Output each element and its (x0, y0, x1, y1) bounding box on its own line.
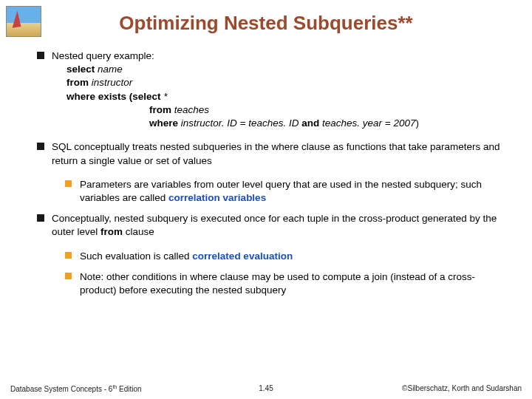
bullet-conceptually: Conceptually, nested subquery is execute… (37, 212, 507, 239)
sql-line: where exists (select * (66, 90, 507, 103)
sql-line: select name (66, 63, 507, 76)
subbullet-text: Note: other conditions in where clause m… (80, 271, 475, 296)
bullet-text: Nested query example: (52, 50, 507, 63)
sql-query-block: select name from instructor where exists… (52, 63, 507, 130)
bullet-nested-example: Nested query example: select name from i… (37, 50, 507, 130)
sql-line: from teaches (66, 103, 507, 117)
footer-page-number: 1.45 (259, 384, 273, 392)
sailboat-logo (6, 6, 41, 37)
footer-left: Database System Concepts - 6th Edition (10, 384, 142, 393)
slide-footer: Database System Concepts - 6th Edition 1… (0, 384, 532, 393)
subbullet-correlated-eval: Such evaluation is called correlated eva… (65, 250, 507, 263)
sql-line: from instructor (66, 76, 507, 89)
highlight-term: correlation variables (168, 192, 266, 203)
slide-content: Nested query example: select name from i… (0, 50, 532, 297)
sql-line: where instructor. ID = teaches. ID and t… (66, 117, 507, 130)
subbullet-text: Parameters are variables from outer leve… (80, 179, 482, 203)
subbullet-note: Note: other conditions in where clause m… (65, 270, 507, 297)
subbullet-text: Such evaluation is called (80, 250, 192, 262)
footer-copyright: ©Silberschatz, Korth and Sudarshan (402, 384, 522, 393)
bullet-text: SQL conceptually treats nested subquerie… (52, 140, 507, 167)
subbullet-parameters: Parameters are variables from outer leve… (65, 178, 507, 205)
bullet-text: Conceptually, nested subquery is execute… (52, 213, 497, 237)
highlight-term: correlated evaluation (192, 250, 293, 262)
slide-title: Optimizing Nested Subqueries** (0, 0, 532, 50)
bullet-sql-treats: SQL conceptually treats nested subquerie… (37, 140, 507, 167)
